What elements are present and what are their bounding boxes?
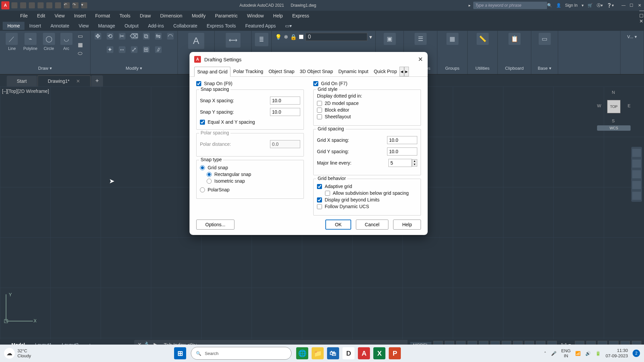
menu-view[interactable]: View [55, 13, 65, 18]
menu-draw[interactable]: Draw [140, 13, 151, 18]
menu-help[interactable]: Help [273, 13, 283, 18]
menu-tools[interactable]: Tools [119, 13, 130, 18]
tool-move-icon[interactable]: ✥ [95, 33, 101, 41]
taskbar-app-store[interactable]: 🛍 [327, 347, 339, 359]
layer-dropdown[interactable]: 0 [306, 33, 367, 41]
tool-rotate-icon[interactable]: ⟲ [107, 33, 113, 41]
close-app-button[interactable]: ✕ [637, 3, 643, 8]
chevron-down-icon[interactable]: ▾ [369, 34, 372, 40]
panel-modify-label[interactable]: Modify ▾ [124, 64, 144, 72]
taskbar-app-edge[interactable]: 🌐 [296, 347, 308, 359]
tool-explode-icon[interactable]: ✦ [107, 46, 113, 54]
menu-window[interactable]: Window [247, 13, 264, 18]
menu-dimension[interactable]: Dimension [160, 13, 182, 18]
tool-clipboard-icon[interactable]: 📋 [508, 33, 521, 46]
polarsnap-radio[interactable] [200, 187, 205, 192]
ribbon-tab-express-tools[interactable]: Express Tools [202, 22, 240, 30]
tray-mic-icon[interactable]: 🎤 [551, 351, 556, 356]
tool-dimension-icon[interactable]: ⟷ [226, 33, 240, 49]
mdi-close-button[interactable]: ✕ [639, 18, 644, 24]
dialog-tab-3d-osnap[interactable]: 3D Object Snap [297, 67, 336, 76]
infocenter-arrow-icon[interactable]: ▸ [469, 3, 471, 8]
doc-tab-drawing1[interactable]: Drawing1*✕ [38, 75, 91, 86]
viewcube-top-face[interactable]: TOP [607, 100, 621, 113]
viewcube-wcs[interactable]: WCS [597, 125, 631, 131]
grid-beyond-limits-checkbox[interactable] [317, 197, 322, 202]
equal-spacing-checkbox[interactable] [200, 120, 205, 125]
mdi-maximize-button[interactable]: ☐ [639, 13, 644, 18]
panel-draw-label[interactable]: Draw ▾ [37, 64, 53, 72]
nav-showmotion-icon[interactable] [632, 192, 641, 200]
tool-fillet-icon[interactable]: ◠ [167, 33, 174, 41]
major-line-input[interactable] [388, 159, 412, 167]
ribbon-tab-insert[interactable]: Insert [24, 22, 46, 30]
panel-view-label[interactable]: V... ▾ [626, 33, 638, 41]
qat-plot-icon[interactable] [46, 2, 52, 8]
dialog-tab-quick-props[interactable]: Quick Prop [371, 67, 399, 76]
isometric-snap-radio[interactable] [207, 179, 212, 184]
ribbon-tab-annotate[interactable]: Annotate [46, 22, 74, 30]
tool-hatch-icon[interactable]: ▦ [78, 42, 85, 48]
adaptive-grid-checkbox[interactable] [317, 184, 322, 189]
allow-subdivision-checkbox[interactable] [325, 191, 330, 196]
panel-clipboard-label[interactable]: Clipboard [504, 64, 525, 72]
block-editor-checkbox[interactable] [317, 108, 322, 113]
tool-offset-icon[interactable]: ⫽ [155, 46, 162, 54]
dialog-close-button[interactable]: ✕ [418, 56, 423, 63]
help-icon[interactable]: ❔▾ [607, 3, 614, 8]
doc-tab-start[interactable]: Start [7, 76, 37, 86]
dialog-tab-osnap[interactable]: Object Snap [266, 67, 297, 76]
tool-base-icon[interactable]: ▭ [539, 33, 551, 46]
viewcube-south[interactable]: S [612, 118, 615, 123]
ok-button[interactable]: OK [325, 220, 351, 230]
sheet-layout-checkbox[interactable] [317, 114, 322, 119]
taskbar-app-dell[interactable]: D [342, 347, 355, 359]
panel-base-label[interactable]: Base ▾ [536, 64, 553, 72]
ribbon-tab-home[interactable]: Home [3, 22, 24, 30]
menu-file[interactable]: File [20, 13, 28, 18]
tray-chevron-up-icon[interactable]: ˄ [544, 351, 546, 356]
cart-icon[interactable]: 🛒 [588, 3, 593, 8]
ribbon-tab-addins[interactable]: Add-ins [143, 22, 168, 30]
tray-language[interactable]: ENGIN [561, 348, 571, 358]
cancel-button[interactable]: Cancel [356, 220, 389, 230]
tool-polyline[interactable]: ⌁Polyline [23, 33, 37, 57]
taskbar-weather[interactable]: ☁ 32°C Cloudy [4, 348, 31, 359]
snap-x-input[interactable] [270, 97, 300, 105]
tool-ellipse-icon[interactable]: ⬭ [78, 50, 85, 57]
taskbar-search[interactable]: 🔍Search [191, 347, 291, 360]
tool-layers-icon[interactable]: ≣ [255, 33, 268, 48]
menu-edit[interactable]: Edit [37, 13, 45, 18]
mdi-minimize-button[interactable]: — [639, 8, 644, 13]
tray-battery-icon[interactable]: 🔋 [595, 351, 601, 356]
options-button[interactable]: Options... [196, 220, 234, 230]
ribbon-tab-featured-apps[interactable]: Featured Apps [240, 22, 280, 30]
taskbar-app-ppt[interactable]: P [389, 347, 401, 359]
dialog-tab-snap-grid[interactable]: Snap and Grid [194, 67, 230, 77]
tray-volume-icon[interactable]: 🔊 [585, 351, 591, 356]
menu-modify[interactable]: Modify [192, 13, 206, 18]
minimize-button[interactable]: — [621, 3, 627, 8]
start-button[interactable]: ⊞ [174, 347, 186, 359]
qat-saveas-icon[interactable] [38, 2, 44, 8]
follow-ucs-checkbox[interactable] [317, 204, 322, 209]
dialog-tab-dyn-input[interactable]: Dynamic Input [336, 67, 371, 76]
taskbar-app-explorer[interactable]: 📁 [312, 347, 324, 359]
viewcube-east[interactable]: E [628, 103, 631, 108]
rectangular-snap-radio[interactable] [207, 172, 212, 177]
tool-circle[interactable]: ◯Circle [43, 33, 55, 57]
qat-dropdown-icon[interactable]: ▾ [81, 2, 87, 8]
qat-print-icon[interactable] [55, 2, 61, 8]
nav-orbit-icon[interactable] [632, 181, 641, 189]
menu-express[interactable]: Express [292, 13, 309, 18]
tool-text-icon[interactable]: A [188, 33, 204, 50]
ribbon-tab-collaborate[interactable]: Collaborate [169, 22, 202, 30]
nav-pan-icon[interactable] [632, 160, 641, 168]
tool-mirror-icon[interactable]: ⇋ [155, 33, 162, 41]
taskbar-app-acad[interactable]: A [358, 347, 370, 359]
nav-wheels-icon[interactable] [632, 149, 641, 157]
ribbon-tab-manage[interactable]: Manage [94, 22, 120, 30]
qat-open-icon[interactable] [20, 2, 26, 8]
grid-y-input[interactable] [387, 147, 417, 156]
grid-snap-radio[interactable] [200, 165, 205, 170]
